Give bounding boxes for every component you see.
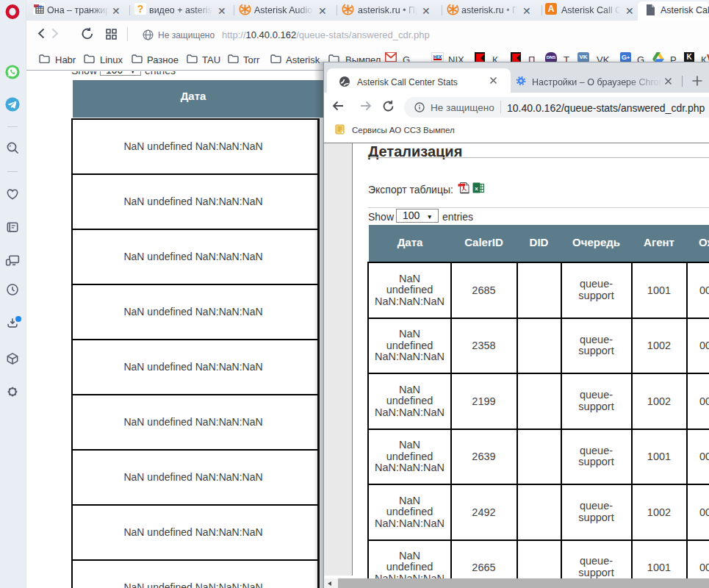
svg-text:x: x: [475, 185, 478, 192]
